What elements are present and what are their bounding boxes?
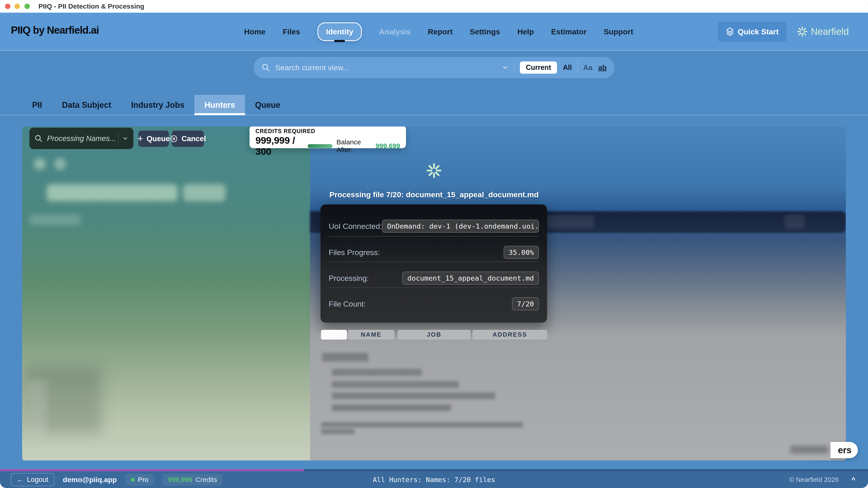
tab-hunters[interactable]: Hunters (194, 95, 245, 115)
search-icon (34, 134, 43, 143)
tab-data-subject[interactable]: Data Subject (52, 95, 121, 115)
nav-item-settings[interactable]: Settings (470, 27, 500, 36)
add-to-queue-button[interactable]: + Queue (138, 131, 169, 147)
credits-progress-bar (308, 144, 333, 148)
hunters-content-area: + Queue Cancel CREDITS REQUIRED 999,999 … (22, 127, 846, 460)
statusbar-center-status: All Hunters: Names: 7/20 files (0, 471, 868, 488)
nav-item-help[interactable]: Help (517, 27, 534, 36)
global-search-bar: Current All Aa ab (254, 57, 614, 78)
table-header-address[interactable]: ADDRESS (472, 330, 547, 339)
chevron-up-icon[interactable]: ^ (851, 471, 855, 488)
blurred-button (784, 215, 805, 229)
circle-x-icon (170, 135, 178, 143)
nav-item-estimator[interactable]: Estimator (551, 27, 587, 36)
blurred-text (321, 429, 355, 434)
uoi-connected-value: OnDemand: dev-1 (dev-1.ondemand.uoi.n… (382, 220, 539, 233)
modal-row-file-count: File Count: 7/20 (329, 297, 539, 311)
search-input[interactable] (275, 63, 502, 72)
blurred-text (332, 369, 422, 376)
blurred-text (321, 422, 523, 427)
processing-status-text: Processing file 7/20: document_15_appeal… (22, 190, 846, 199)
modal-divider (329, 236, 539, 236)
credits-required-card: CREDITS REQUIRED 999,999 / 300 Balance A… (250, 127, 406, 148)
copyright-text: © Nearfield 2026 (789, 471, 839, 488)
search-divider-2 (577, 61, 578, 74)
balance-after-value: 999,699 (376, 142, 400, 150)
close-window-button[interactable] (5, 4, 10, 9)
table-header-blank (321, 330, 347, 339)
blurred-left-panel (22, 127, 310, 460)
maximize-window-button[interactable] (24, 4, 30, 9)
blurred-text (322, 353, 368, 361)
modal-row-uoi: UoI Connected: OnDemand: dev-1 (dev-1.on… (329, 220, 539, 233)
tabs-divider (0, 115, 868, 115)
blurred-text (332, 381, 459, 388)
job-progress-track (0, 469, 868, 471)
whole-word-icon[interactable]: ab (598, 64, 607, 72)
nav-item-report[interactable]: Report (428, 27, 453, 36)
nearfield-logo-icon (797, 26, 808, 37)
fab-visible-text: ers (838, 445, 851, 455)
quick-start-label: Quick Start (738, 27, 779, 36)
nav-item-support[interactable]: Support (604, 27, 633, 36)
tab-industry-jobs[interactable]: Industry Jobs (121, 95, 194, 115)
credits-amount: 999,999 / 300 (255, 135, 304, 157)
blurred-text (790, 446, 828, 454)
nav-item-analysis: Analysis (379, 27, 411, 36)
window-title: PIIQ - PII Detection & Processing (38, 2, 144, 10)
filter-divider (118, 132, 119, 145)
credits-heading: CREDITS REQUIRED (255, 128, 400, 134)
search-scope-chevron[interactable] (502, 64, 508, 71)
identity-tabs: PII Data Subject Industry Jobs Hunters Q… (22, 95, 290, 115)
blurred-icon (54, 158, 66, 170)
plus-icon: + (137, 133, 143, 144)
nav-item-files[interactable]: Files (283, 27, 300, 36)
nav-item-identity[interactable]: Identity (317, 22, 362, 41)
layers-icon (725, 27, 734, 36)
titlebar: PIIQ - PII Detection & Processing (0, 0, 868, 13)
processing-status-modal: UoI Connected: OnDemand: dev-1 (dev-1.on… (320, 204, 547, 323)
search-scope-current[interactable]: Current (520, 61, 557, 74)
match-case-icon[interactable]: Aa (583, 64, 592, 72)
nav-menu: Home Files Identity Analysis Report Sett… (244, 13, 633, 51)
cancel-button[interactable]: Cancel (172, 131, 204, 147)
minimize-window-button[interactable] (14, 4, 20, 9)
app-window: PIIQ - PII Detection & Processing PIIQ b… (0, 0, 868, 488)
spinner-icon (427, 163, 441, 178)
files-progress-value: 35.00% (504, 246, 539, 259)
nearfield-logo-text: Nearfield (811, 26, 849, 37)
hunter-filter-input[interactable] (47, 134, 116, 143)
hunter-filter-box (29, 128, 133, 149)
processing-value: document_15_appeal_document.md (402, 271, 539, 285)
chevron-down-icon[interactable] (122, 135, 128, 142)
brand-logo-text: PIIQ by Nearfield.ai (11, 24, 99, 36)
blurred-text (29, 215, 81, 225)
nav-divider (0, 50, 868, 51)
statusbar: ← Logout demo@piiq.app Pro 999,999 Credi… (0, 471, 868, 488)
modal-row-processing: Processing: document_15_appeal_document.… (329, 271, 539, 285)
nearfield-logo: Nearfield (797, 26, 849, 37)
blurred-button (545, 215, 594, 228)
cancel-button-label: Cancel (182, 134, 206, 143)
search-scope-all[interactable]: All (563, 64, 572, 72)
tab-pii[interactable]: PII (22, 95, 52, 115)
blurred-icon (34, 158, 46, 170)
nav-right-group: Quick Start (718, 13, 849, 51)
quick-start-button[interactable]: Quick Start (718, 22, 786, 41)
file-count-value: 7/20 (512, 297, 539, 311)
nav-item-home[interactable]: Home (244, 27, 266, 36)
processing-label: Processing: (329, 274, 369, 283)
tab-queue[interactable]: Queue (245, 95, 290, 115)
uoi-connected-label: UoI Connected: (329, 222, 382, 231)
blurred-shape (29, 380, 47, 436)
queue-button-label: Queue (147, 134, 170, 143)
modal-divider (329, 288, 539, 288)
table-header-name[interactable]: NAME (348, 330, 395, 339)
blurred-text (332, 392, 495, 399)
balance-after-label: Balance After: (337, 138, 372, 154)
blurred-text (332, 404, 451, 411)
modal-row-files-progress: Files Progress: 35.00% (329, 246, 539, 259)
files-progress-label: Files Progress: (329, 248, 380, 257)
table-header-job[interactable]: JOB (397, 330, 471, 339)
search-icon (261, 63, 270, 72)
